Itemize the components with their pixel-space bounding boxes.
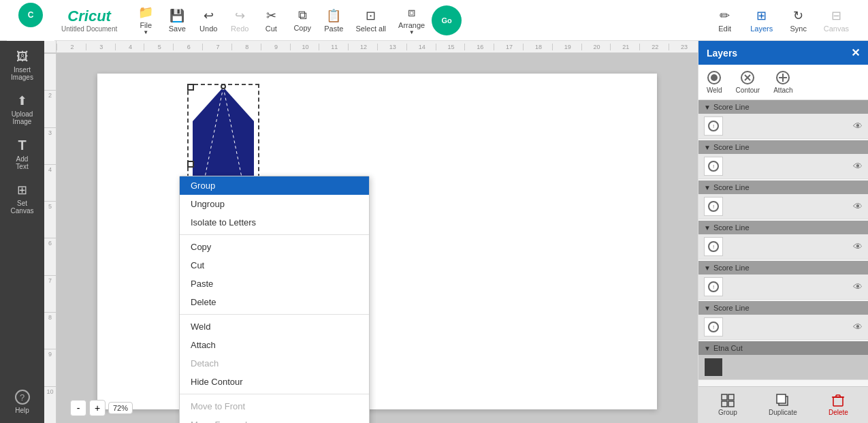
- edit-icon: ✏: [720, 8, 730, 23]
- panel-close-button[interactable]: ✕: [851, 46, 860, 59]
- canvas-content[interactable]: Group Ungroup Isolate to Letters Copy Cu…: [57, 53, 698, 423]
- redo-button[interactable]: ↪ Redo: [225, 3, 255, 37]
- ctx-detach[interactable]: Detach: [180, 354, 369, 373]
- sidebar-item-help[interactable]: ? Help: [3, 384, 42, 420]
- ctx-isolate-letters[interactable]: Isolate to Letters: [180, 213, 369, 232]
- svg-rect-19: [836, 395, 840, 397]
- svg-rect-12: [728, 394, 734, 400]
- ctx-attach[interactable]: Attach: [180, 336, 369, 354]
- layer-visibility-6[interactable]: 👁: [853, 322, 863, 332]
- ctx-move-forward[interactable]: Move Forward: [180, 416, 369, 423]
- layer-section-1: ▼ Score Line ! 👁: [698, 100, 868, 139]
- ctx-ungroup[interactable]: Ungroup: [180, 195, 369, 213]
- layer-visibility-1[interactable]: 👁: [853, 121, 863, 131]
- layer-row-5[interactable]: ! 👁: [698, 275, 868, 300]
- ctx-paste[interactable]: Paste: [180, 275, 369, 293]
- layer-thumb-5: !: [704, 277, 723, 296]
- layer-visibility-3[interactable]: 👁: [853, 201, 863, 212]
- redo-icon: ↪: [235, 8, 245, 23]
- ctx-hide-contour[interactable]: Hide Contour: [180, 373, 369, 391]
- edit-button[interactable]: ✏ Edit: [708, 3, 742, 37]
- layer-visibility-2[interactable]: 👁: [853, 161, 863, 172]
- canvas-button[interactable]: ⊟ Canvas: [818, 3, 854, 37]
- sidebar-item-set-canvas[interactable]: ⊞ Set Canvas: [3, 177, 42, 220]
- sidebar-item-add-text[interactable]: T Add Text: [3, 132, 42, 176]
- group-button[interactable]: Group: [713, 391, 743, 419]
- sync-button[interactable]: ↻ Sync: [782, 3, 816, 37]
- layer-header-etna[interactable]: ▼ Etna Cut: [698, 341, 868, 355]
- svg-point-4: [711, 74, 718, 81]
- layer-visibility-4[interactable]: 👁: [853, 241, 863, 252]
- user-avatar[interactable]: C: [18, 3, 43, 27]
- canvas-body: 2 3 4 5 6 7 8 9 10: [44, 53, 698, 423]
- arrange-button[interactable]: ⧈ Arrange: [393, 3, 430, 37]
- zoom-in-button[interactable]: +: [89, 400, 106, 416]
- sidebar-item-insert-images[interactable]: 🖼 Insert Images: [3, 44, 42, 87]
- ctx-delete[interactable]: Delete: [180, 293, 369, 311]
- sync-icon: ↻: [793, 8, 803, 23]
- layers-button[interactable]: ⊞ Layers: [745, 3, 779, 37]
- topbar: C Connie ▾ Cricut Untitled Document 📁 Fi…: [0, 0, 868, 41]
- layer-header-score-line-4[interactable]: ▼ Score Line: [698, 221, 868, 234]
- go-button[interactable]: Go: [432, 5, 462, 35]
- copy-button[interactable]: ⧉ Copy: [287, 3, 317, 37]
- add-text-icon: T: [18, 138, 26, 153]
- handle-ml[interactable]: [187, 161, 194, 168]
- layer-row-2[interactable]: ! 👁: [698, 154, 868, 179]
- layer-visibility-5[interactable]: 👁: [853, 281, 863, 292]
- cut-button[interactable]: ✂ Cut: [256, 3, 286, 37]
- delete-button[interactable]: Delete: [823, 391, 854, 419]
- ctx-copy[interactable]: Copy: [180, 238, 369, 256]
- canvas-area[interactable]: 2 3 4 5 6 7 8 9 10 11 12 13 14 15 16 17 …: [44, 41, 698, 423]
- user-name[interactable]: Connie ▾: [17, 30, 44, 37]
- svg-rect-17: [833, 397, 843, 406]
- ctx-move-to-front[interactable]: Move to Front: [180, 397, 369, 416]
- duplicate-icon: [776, 394, 790, 407]
- paste-icon: 📋: [326, 8, 341, 23]
- weld-tool[interactable]: Weld: [707, 70, 722, 94]
- layer-label-6: Score Line: [713, 304, 750, 312]
- layer-row-6[interactable]: ! 👁: [698, 315, 868, 340]
- layer-row-4[interactable]: ! 👁: [698, 234, 868, 260]
- save-button[interactable]: 💾 Save: [162, 3, 192, 37]
- main-area: 🖼 Insert Images ⬆ Upload Image T Add Tex…: [0, 41, 868, 423]
- insert-images-icon: 🖼: [16, 50, 29, 64]
- select-all-button[interactable]: ⊡ Select all: [350, 3, 391, 37]
- rotate-handle[interactable]: [221, 84, 226, 89]
- attach-tool[interactable]: Attach: [773, 70, 792, 94]
- sidebar-item-upload-image[interactable]: ⬆ Upload Image: [3, 88, 42, 131]
- zoom-out-button[interactable]: -: [70, 400, 86, 416]
- layer-thumb-etna: [704, 358, 723, 377]
- context-menu: Group Ungroup Isolate to Letters Copy Cu…: [179, 176, 370, 423]
- layer-section-5: ▼ Score Line ! 👁: [698, 261, 868, 300]
- layer-header-score-line-5[interactable]: ▼ Score Line: [698, 261, 868, 275]
- layer-thumb-icon-2: !: [708, 161, 719, 172]
- handle-tl[interactable]: [187, 84, 194, 91]
- arrange-icon: ⧈: [408, 5, 415, 20]
- layer-header-score-line-3[interactable]: ▼ Score Line: [698, 181, 868, 194]
- layer-thumb-icon-3: !: [708, 201, 719, 212]
- layer-section-2: ▼ Score Line ! 👁: [698, 140, 868, 179]
- ruler-corner: [44, 41, 57, 53]
- paste-button[interactable]: 📋 Paste: [319, 3, 349, 37]
- layer-row-1[interactable]: ! 👁: [698, 114, 868, 139]
- layer-thumb-icon-1: !: [708, 121, 719, 131]
- contour-tool[interactable]: Contour: [736, 70, 760, 94]
- layer-header-score-line-6[interactable]: ▼ Score Line: [698, 301, 868, 315]
- ctx-group[interactable]: Group: [180, 176, 369, 195]
- layers-list: ▼ Score Line ! 👁 ▼ Score Line: [698, 100, 868, 386]
- duplicate-button[interactable]: Duplicate: [763, 391, 803, 419]
- ctx-cut[interactable]: Cut: [180, 256, 369, 275]
- layer-arrow-3: ▼: [704, 184, 711, 191]
- layer-row-3[interactable]: ! 👁: [698, 194, 868, 219]
- select-all-icon: ⊡: [366, 8, 376, 23]
- file-button[interactable]: 📁 File: [131, 3, 161, 37]
- layer-thumb-icon-4: !: [708, 241, 719, 252]
- layer-header-score-line-1[interactable]: ▼ Score Line: [698, 100, 868, 114]
- undo-button[interactable]: ↩ Undo: [193, 3, 223, 37]
- panel-header: Layers ✕: [698, 41, 868, 65]
- panel-footer: Group Duplicate Delete: [698, 386, 868, 423]
- ctx-weld[interactable]: Weld: [180, 317, 369, 336]
- layer-row-etna[interactable]: [698, 355, 868, 380]
- layer-header-score-line-2[interactable]: ▼ Score Line: [698, 140, 868, 154]
